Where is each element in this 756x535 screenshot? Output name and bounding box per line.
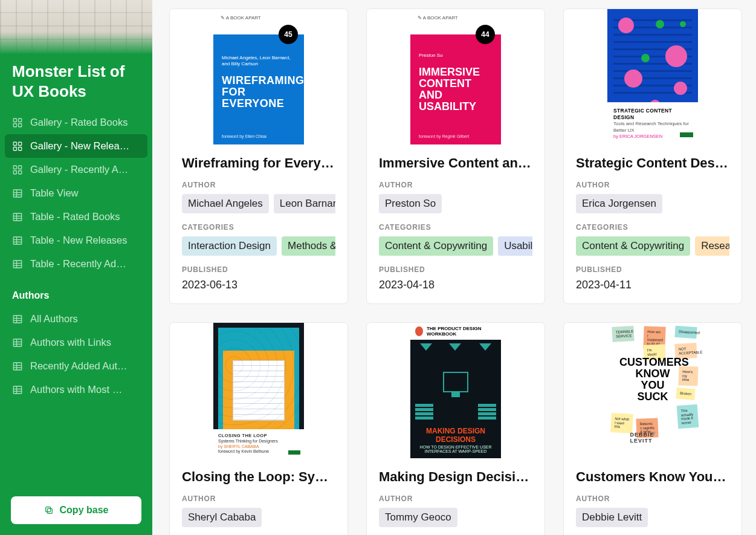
book-title: Strategic Content Design:… — [576, 155, 729, 171]
cover-art: CLOSING THE LOOPSystems Thinking for Des… — [213, 323, 304, 458]
book-card[interactable]: THE PRODUCT DESIGN WORKBOOKMAKING DESIGN… — [366, 322, 545, 535]
category-chip[interactable]: Methods & — [282, 236, 335, 256]
book-cover: STRATEGIC CONTENT DESIGNTools and Resear… — [564, 9, 741, 144]
category-chips: Content & CopywritingResear — [576, 236, 729, 256]
author-chip[interactable]: Michael Angeles — [182, 194, 269, 213]
book-cover: TERRIBLE SERVICEHow am I supposed to do … — [564, 323, 741, 458]
category-chip[interactable]: Content & Copywriting — [379, 236, 493, 256]
cover-art: ✎ A BOOK APART45Michael Angeles, Leon Ba… — [213, 9, 304, 144]
svg-rect-1 — [19, 118, 22, 122]
svg-rect-36 — [13, 363, 22, 370]
categories-field-label: CATEGORIES — [182, 223, 335, 232]
nav-item-label: Recently Added Aut… — [30, 360, 128, 372]
svg-rect-9 — [19, 166, 22, 169]
authors-nav-list: All AuthorsAuthors with LinksRecently Ad… — [5, 307, 147, 401]
svg-rect-5 — [19, 142, 22, 145]
book-title: Closing the Loop: System… — [182, 469, 335, 485]
card-body: Making Design Decisions:…AUTHORTommy Geo… — [367, 458, 544, 535]
published-date: 2023-06-13 — [182, 279, 335, 291]
author-chips: Debbie Levitt — [576, 508, 729, 527]
svg-rect-6 — [13, 147, 16, 150]
gallery-icon — [12, 117, 23, 128]
cover-art: ✎ A BOOK APART44Preston SoIMMERSIVECONTE… — [410, 9, 501, 144]
author-chip[interactable]: Sheryl Cababa — [182, 508, 262, 527]
nav-item-label: Gallery - Recently A… — [30, 164, 128, 175]
svg-rect-11 — [19, 170, 22, 173]
table-icon — [12, 212, 23, 222]
nav-item-label: Authors with Links — [30, 337, 111, 348]
sidebar-hero-image — [0, 0, 152, 53]
author-chips: Michael AngelesLeon Barnard — [182, 194, 335, 213]
categories-field-label: CATEGORIES — [576, 223, 729, 232]
category-chips: Content & CopywritingUsabil — [379, 236, 532, 256]
book-cover: ✎ A BOOK APART44Preston SoIMMERSIVECONTE… — [367, 9, 544, 144]
svg-rect-32 — [13, 339, 22, 346]
authors-nav-item-0[interactable]: All Authors — [5, 307, 147, 331]
sidebar-footer: Copy base — [0, 485, 152, 535]
book-title: Wireframing for Everyone — [182, 155, 335, 171]
nav-item-label: Authors with Most … — [30, 384, 122, 395]
published-field-label: PUBLISHED — [576, 265, 729, 274]
svg-rect-28 — [13, 316, 22, 323]
authors-section-label: Authors — [5, 276, 147, 307]
gallery-main: ✎ A BOOK APART45Michael Angeles, Leon Ba… — [152, 0, 756, 535]
authors-nav-item-2[interactable]: Recently Added Aut… — [5, 354, 147, 378]
author-chip[interactable]: Preston So — [379, 194, 442, 213]
svg-rect-44 — [47, 508, 52, 513]
author-field-label: AUTHOR — [576, 181, 729, 189]
book-card[interactable]: CLOSING THE LOOPSystems Thinking for Des… — [169, 322, 348, 535]
svg-rect-24 — [13, 261, 22, 268]
base-title: Monster List of UX Books — [0, 53, 152, 111]
svg-rect-40 — [13, 386, 22, 394]
category-chip[interactable]: Usabil — [498, 236, 532, 256]
published-field-label: PUBLISHED — [182, 265, 335, 274]
book-title: Customers Know You Suc… — [576, 469, 729, 485]
book-cover: ✎ A BOOK APART45Michael Angeles, Leon Ba… — [170, 9, 347, 144]
book-card[interactable]: TERRIBLE SERVICEHow am I supposed to do … — [563, 322, 742, 535]
author-chips: Tommy Geoco — [379, 508, 532, 527]
svg-rect-0 — [13, 118, 16, 122]
author-chips: Erica Jorgensen — [576, 194, 729, 213]
nav-item-label: Table - New Releases — [30, 235, 128, 246]
category-chip[interactable]: Interaction Design — [182, 236, 277, 256]
book-cover: THE PRODUCT DESIGN WORKBOOKMAKING DESIGN… — [367, 323, 544, 458]
svg-rect-7 — [19, 147, 22, 150]
svg-rect-2 — [13, 123, 16, 126]
book-card[interactable]: STRATEGIC CONTENT DESIGNTools and Resear… — [563, 8, 742, 304]
author-chip[interactable]: Debbie Levitt — [576, 508, 648, 527]
author-field-label: AUTHOR — [576, 494, 729, 503]
author-field-label: AUTHOR — [182, 494, 335, 503]
copy-base-button[interactable]: Copy base — [11, 496, 141, 524]
view-nav-item-1[interactable]: Gallery - New Relea… — [5, 134, 147, 158]
gallery-icon — [12, 164, 23, 175]
author-chip[interactable]: Leon Barnard — [274, 194, 335, 213]
authors-nav-item-1[interactable]: Authors with Links — [5, 331, 147, 354]
book-card[interactable]: ✎ A BOOK APART45Michael Angeles, Leon Ba… — [169, 8, 348, 304]
author-chip[interactable]: Tommy Geoco — [379, 508, 457, 527]
gallery-grid: ✎ A BOOK APART45Michael Angeles, Leon Ba… — [169, 8, 745, 535]
author-field-label: AUTHOR — [379, 181, 532, 189]
category-chip[interactable]: Content & Copywriting — [576, 236, 690, 256]
view-nav-item-3[interactable]: Table View — [5, 181, 147, 205]
book-card[interactable]: ✎ A BOOK APART44Preston SoIMMERSIVECONTE… — [366, 8, 545, 304]
view-nav-item-5[interactable]: Table - New Releases — [5, 229, 147, 252]
authors-nav-item-3[interactable]: Authors with Most … — [5, 378, 147, 401]
table-icon — [12, 384, 23, 395]
svg-rect-20 — [13, 237, 22, 244]
svg-rect-10 — [13, 170, 16, 173]
nav-item-label: Table View — [30, 187, 79, 199]
table-icon — [12, 188, 23, 199]
view-nav-item-2[interactable]: Gallery - Recently A… — [5, 158, 147, 181]
book-cover: CLOSING THE LOOPSystems Thinking for Des… — [170, 323, 347, 458]
card-body: Wireframing for EveryoneAUTHORMichael An… — [170, 144, 347, 303]
category-chips: Interaction DesignMethods & — [182, 236, 335, 256]
view-nav-item-6[interactable]: Table - Recently Ad… — [5, 252, 147, 276]
view-nav-item-0[interactable]: Gallery - Rated Books — [5, 111, 147, 134]
svg-rect-12 — [13, 190, 22, 197]
table-icon — [12, 235, 23, 246]
card-body: Closing the Loop: System…AUTHORSheryl Ca… — [170, 458, 347, 535]
published-date: 2023-04-18 — [379, 279, 532, 291]
category-chip[interactable]: Resear — [695, 236, 729, 256]
view-nav-item-4[interactable]: Table - Rated Books — [5, 205, 147, 229]
author-chip[interactable]: Erica Jorgensen — [576, 194, 662, 213]
